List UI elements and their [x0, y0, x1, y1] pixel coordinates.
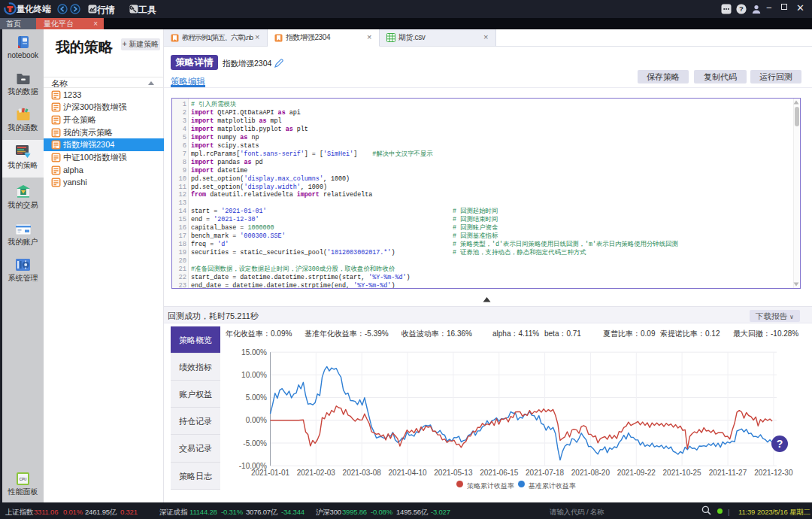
- svg-text:2021-08-20: 2021-08-20: [571, 469, 611, 477]
- svg-text:2021-11-27: 2021-11-27: [709, 469, 747, 477]
- svg-text:2021-12-30: 2021-12-30: [754, 469, 793, 477]
- svg-text:15.00%: 15.00%: [241, 348, 267, 357]
- svg-text:2021-07-18: 2021-07-18: [526, 469, 565, 477]
- svg-text:?: ?: [739, 5, 744, 13]
- svg-text:2021-05-13: 2021-05-13: [434, 469, 473, 477]
- svg-text:10.00%: 10.00%: [241, 371, 267, 379]
- svg-text:2021-02-03: 2021-02-03: [297, 469, 336, 477]
- svg-text:2021-03-08: 2021-03-08: [343, 469, 382, 477]
- svg-text:2021-10-25: 2021-10-25: [663, 469, 702, 477]
- svg-text:2021-04-10: 2021-04-10: [389, 469, 428, 477]
- svg-text:2021-01-01: 2021-01-01: [251, 469, 290, 477]
- svg-text:2021-09-22: 2021-09-22: [617, 469, 656, 477]
- svg-text:CPU: CPU: [20, 478, 27, 481]
- svg-text:0.00%: 0.00%: [246, 416, 267, 424]
- svg-text:2021-06-15: 2021-06-15: [480, 469, 519, 477]
- svg-text:5.00%: 5.00%: [246, 393, 267, 402]
- svg-text:-5.00%: -5.00%: [243, 439, 267, 448]
